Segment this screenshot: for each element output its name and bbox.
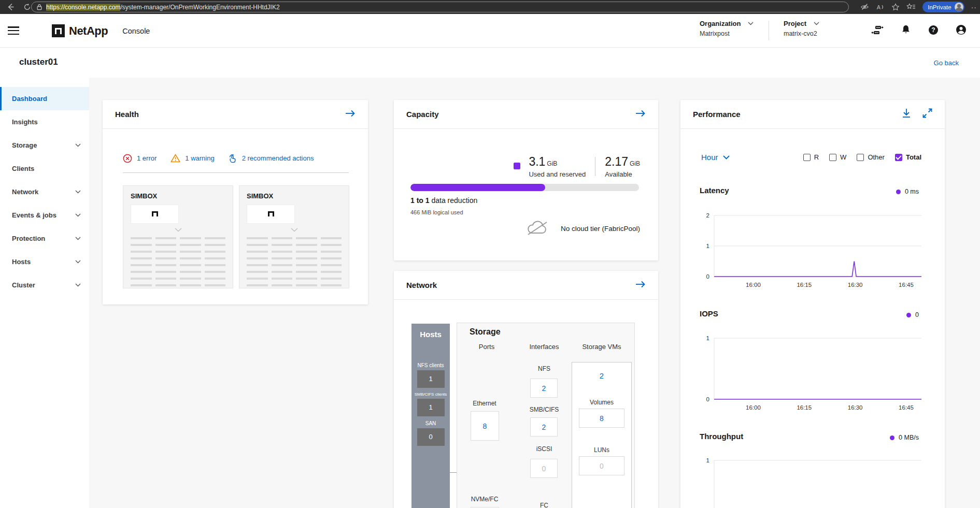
svm-count[interactable]: 2 [572,371,631,380]
app-header: NetApp Console Organization Matrixpost P… [0,14,980,48]
url-text: https://console.netapp.com/system-manage… [46,4,280,11]
host-count-box[interactable]: 0 [417,428,445,446]
node-panel[interactable]: SIMBOX [239,185,349,288]
health-goto-arrow-icon[interactable] [345,110,356,119]
performance-card-title: Performance [693,110,741,119]
checkbox-icon[interactable] [829,154,836,161]
capacity-progress-fill [410,184,545,191]
health-warnings-link[interactable]: 1 warning [171,154,214,163]
favorites-bar-icon[interactable] [906,3,916,11]
browser-menu-icon[interactable]: ·· [971,3,977,11]
checkbox-icon[interactable] [857,154,864,161]
sidebar-nav: DashboardInsightsStorageClientsNetworkEv… [0,78,89,508]
placeholder-bar [321,284,342,286]
throughput-heading: Throughput [700,432,743,441]
placeholder-bar [272,278,293,280]
inprivate-badge[interactable]: InPrivate [922,2,964,12]
placeholder-bar [321,271,342,273]
chevron-down-icon [723,155,730,159]
series-checkbox-total[interactable]: Total [895,153,921,161]
connector-icon[interactable] [871,25,884,37]
favorite-star-icon[interactable] [891,3,900,11]
stats-divider [595,157,595,176]
placeholder-bar [321,257,342,259]
project-selector[interactable]: Project matrix-cvo2 [784,20,819,37]
checkbox-icon[interactable] [803,154,811,161]
netapp-logo: NetApp Console [52,14,150,48]
available-stat: 2.17GiB Available [605,155,640,178]
node-panel[interactable]: SIMBOX [123,185,233,288]
available-value: 2.17 [605,155,628,168]
sidebar-item-hosts[interactable]: Hosts [0,250,89,273]
chevron-down-icon [75,213,81,217]
chevron-down-icon [75,260,81,264]
ethernet-count-box[interactable]: 8 [471,411,499,441]
node-name: SIMBOX [131,192,225,200]
browser-profile-avatar [955,3,963,11]
placeholder-bar [180,251,201,253]
header-divider [769,21,769,40]
chevron-down-icon [75,237,81,240]
read-aloud-icon[interactable]: A [876,3,885,11]
data-reduction-text: 1 to 1 data reduction [410,196,477,205]
expand-icon[interactable] [922,108,932,120]
period-dropdown[interactable]: Hour [701,153,730,162]
project-value: matrix-cvo2 [784,30,819,37]
sidebar-item-storage[interactable]: Storage [0,134,89,157]
placeholder-bar [155,251,177,253]
sidebar-item-clients[interactable]: Clients [0,157,89,180]
svg-text:1: 1 [706,457,709,463]
organization-selector[interactable]: Organization Matrixpost [700,20,754,37]
node-expand-chevron-icon[interactable] [247,225,342,234]
sidebar-item-label: Storage [12,141,37,149]
help-icon[interactable]: ? [928,25,939,37]
series-checkbox-r[interactable]: R [803,153,819,161]
browser-address-bar[interactable]: https://console.netapp.com/system-manage… [31,2,849,12]
node-expand-chevron-icon[interactable] [131,225,225,234]
user-avatar-icon[interactable] [956,24,967,37]
placeholder-bar [180,264,201,266]
checkbox-label: Total [906,153,921,161]
placeholder-bar [155,284,177,286]
available-label: Available [605,170,640,178]
browser-chrome: https://console.netapp.com/system-manage… [0,0,980,14]
netapp-mark-icon [52,24,65,37]
download-icon[interactable] [902,108,911,120]
network-goto-arrow-icon[interactable] [635,281,646,290]
browser-refresh-icon[interactable] [23,3,31,11]
host-count-box[interactable]: 1 [417,399,445,416]
volumes-count-box[interactable]: 8 [579,409,624,428]
hamburger-menu-icon[interactable] [8,26,19,35]
capacity-goto-arrow-icon[interactable] [635,110,646,119]
go-back-link[interactable]: Go back [934,59,959,67]
checkbox-icon[interactable] [895,154,902,161]
notifications-bell-icon[interactable] [901,24,911,37]
sidebar-item-label: Cluster [12,281,35,289]
host-count-box[interactable]: 1 [417,370,445,388]
placeholder-bar [272,271,293,273]
placeholder-bar [155,257,177,259]
sidebar-item-network[interactable]: Network [0,180,89,204]
luns-count-box[interactable]: 0 [579,456,624,475]
browser-toolbar-right: A InPrivate ·· [860,0,977,14]
iscsi-count-box[interactable]: 0 [530,459,558,478]
sidebar-item-insights[interactable]: Insights [0,110,89,134]
hide-password-eye-icon[interactable] [860,3,869,11]
hosts-panel-title: Hosts [411,330,450,339]
iscsi-label: iSCSI [521,445,567,453]
placeholder-bar [321,278,342,280]
health-recommended-actions-link[interactable]: 2 recommended actions [228,153,314,163]
svg-text:1: 1 [706,335,709,341]
sidebar-item-events-jobs[interactable]: Events & jobs [0,204,89,227]
sidebar-item-dashboard[interactable]: Dashboard [0,87,89,110]
health-status-row: 1 error 1 warning 2 recommended actions [123,153,314,163]
browser-back-icon[interactable] [6,3,15,11]
series-checkbox-other[interactable]: Other [857,153,885,161]
nfs-count-box[interactable]: 2 [530,379,558,398]
warning-icon [171,154,180,163]
sidebar-item-protection[interactable]: Protection [0,227,89,250]
smb-cifs-count-box[interactable]: 2 [530,417,558,437]
health-errors-link[interactable]: 1 error [123,154,157,163]
series-checkbox-w[interactable]: W [829,153,846,161]
sidebar-item-cluster[interactable]: Cluster [0,273,89,297]
